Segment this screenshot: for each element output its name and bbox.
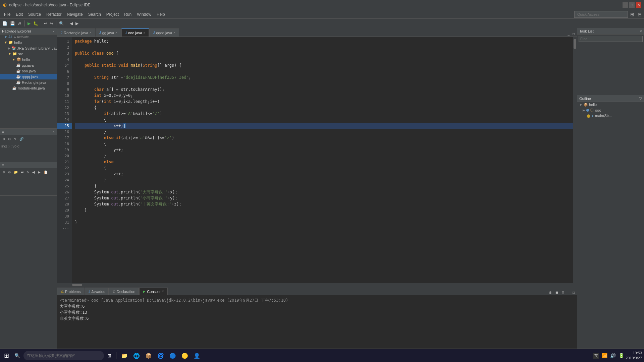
tab-rectangle-java[interactable]: J Rectangle.java ×	[57, 28, 95, 37]
console-clear[interactable]: 🗑	[548, 290, 553, 295]
mini2-tb-btn-7[interactable]: ▶	[37, 170, 42, 175]
hscroll-thumb[interactable]	[72, 284, 82, 286]
taskbar-app-3[interactable]: 📦	[143, 351, 154, 360]
maximize-button[interactable]: □	[629, 2, 635, 8]
find-input[interactable]	[579, 36, 643, 42]
menu-project[interactable]: Project	[104, 11, 121, 17]
all-link[interactable]: ▼ All ▸ Activate...	[0, 35, 57, 40]
tree-item-src[interactable]: ▼ 📁 src	[0, 51, 57, 57]
quick-access-input[interactable]	[574, 11, 628, 18]
menu-source[interactable]: Source	[25, 11, 44, 17]
view-button[interactable]: ⊟	[637, 11, 643, 18]
mini2-tb-btn-8[interactable]: 📋	[43, 170, 49, 175]
scroll-thumb[interactable]	[574, 39, 576, 49]
console-min[interactable]: _	[567, 290, 571, 295]
taskbar-app-5[interactable]: 🔵	[167, 351, 178, 360]
mini-tb-btn-3[interactable]: ✎	[13, 136, 17, 141]
tab-gg-java[interactable]: J gg.java ×	[96, 28, 121, 37]
taskbar-app-2[interactable]: 🌐	[131, 351, 142, 360]
mini2-tb-btn-4[interactable]: ⇄	[20, 170, 24, 175]
editor-hscrollbar[interactable]	[57, 283, 577, 287]
task-view-button[interactable]: ⊞	[105, 352, 113, 360]
tree-item-jre[interactable]: ▶ 📚 JRE System Library [JavaSE-12]	[0, 45, 57, 51]
menu-help[interactable]: Help	[154, 11, 168, 17]
perspective-button[interactable]: ⊞	[629, 11, 635, 18]
menu-file[interactable]: File	[1, 11, 13, 17]
lang-indicator[interactable]: 英	[593, 353, 599, 359]
minimize-button[interactable]: ─	[623, 2, 628, 8]
undo-button[interactable]: ↩	[43, 20, 48, 26]
mini-tb-btn-1[interactable]: ⊕	[1, 136, 6, 141]
run-button[interactable]: ▶	[26, 20, 32, 26]
code-editor[interactable]: 1 2 3 4 5° 6 7 8 9 10 11 12 13 14 15 16	[57, 37, 577, 283]
console-max[interactable]: □	[572, 290, 576, 295]
taskbar-app-1[interactable]: 📁	[119, 351, 130, 360]
close-button[interactable]: ✕	[636, 2, 641, 8]
debug-button[interactable]: 🐛	[32, 20, 39, 26]
main-layout: Package Explorer × ▼ All ▸ Activate... ▼…	[0, 28, 644, 354]
tab-qqqq-java[interactable]: J qqqq.java ×	[149, 28, 179, 37]
line-num-23: 23	[57, 171, 72, 177]
outline-item-main-method[interactable]: ⬤ ● main(Str...	[577, 113, 644, 118]
new-button[interactable]: 📄	[1, 20, 8, 26]
editor-tab-maximize[interactable]: □	[572, 32, 576, 37]
console-settings[interactable]: ⚙	[560, 290, 566, 295]
close-ooo-tab[interactable]: ×	[144, 31, 146, 35]
editor-tab-minimize[interactable]: _	[567, 32, 571, 37]
console-terminate[interactable]: ⏹	[554, 290, 559, 295]
tree-item-gg-java[interactable]: ☕ gg.java	[0, 62, 57, 68]
menu-navigate[interactable]: Navigate	[64, 11, 85, 17]
close-console-tab[interactable]: ×	[162, 290, 164, 293]
tree-item-hello-project[interactable]: ▼ 📁 hello	[0, 40, 57, 45]
menu-refactor[interactable]: Refactor	[44, 11, 64, 17]
tree-item-module-info[interactable]: ☕ module-info.java	[0, 85, 57, 91]
mini2-tb-btn-6[interactable]: ◀	[31, 170, 36, 175]
code-content[interactable]: package hello; public class ooo { public…	[72, 37, 573, 283]
mini2-tb-btn-1[interactable]: ⊕	[1, 170, 6, 175]
search-button[interactable]: 🔍	[12, 352, 22, 360]
tree-item-ooo-java[interactable]: ☕ ooo.java	[0, 68, 57, 74]
mini2-tb-btn-2[interactable]: ⊖	[7, 170, 12, 175]
tree-item-qqqq-java[interactable]: ☕ qqqq.java	[0, 74, 57, 79]
taskbar-app-4[interactable]: 🌀	[155, 351, 166, 360]
mini-tb-btn-2[interactable]: ⊖	[7, 136, 12, 141]
mini2-tb-btn-3[interactable]: 📁	[13, 170, 19, 175]
tab-console[interactable]: ▶ Console ×	[139, 288, 167, 295]
next-button[interactable]: ▶	[74, 20, 79, 26]
editor-scrollbar[interactable]	[573, 37, 577, 283]
close-gg-tab[interactable]: ×	[115, 31, 117, 35]
close-rectangle-tab[interactable]: ×	[90, 31, 92, 35]
package-explorer-content[interactable]: ▼ All ▸ Activate... ▼ 📁 hello ▶ 📚 JRE Sy…	[0, 35, 57, 91]
taskbar-app-6[interactable]: 🟡	[179, 351, 190, 360]
line-num-17: 17	[57, 135, 72, 141]
menu-edit[interactable]: Edit	[13, 11, 25, 17]
code-line-5: public static void main(String[] args) {	[75, 62, 573, 68]
menu-window[interactable]: Window	[134, 11, 154, 17]
prev-button[interactable]: ◀	[69, 20, 74, 26]
tab-declaration[interactable]: D Declaration	[109, 288, 139, 295]
mini-tb-btn-4[interactable]: 🔗	[18, 136, 24, 141]
save-button[interactable]: 💾	[9, 20, 16, 26]
mini-panel-close[interactable]: ×	[53, 130, 55, 134]
task-list-close[interactable]: ×	[640, 29, 642, 33]
line-numbers: 1 2 3 4 5° 6 7 8 9 10 11 12 13 14 15 16	[57, 37, 72, 283]
tab-problems[interactable]: ⚠ Problems	[57, 288, 84, 295]
redo-button[interactable]: ↪	[49, 20, 54, 26]
tree-item-rectangle-java[interactable]: ☕ Rectangle.java	[0, 79, 57, 85]
start-button[interactable]: ⊞	[2, 351, 11, 361]
mini2-tb-btn-5[interactable]: ✎	[25, 170, 30, 175]
tab-javadoc[interactable]: J Javadoc	[85, 288, 109, 295]
print-button[interactable]: 🖨	[17, 20, 23, 26]
taskbar-app-7[interactable]: 👤	[192, 351, 202, 360]
search-toolbar-button[interactable]: 🔍	[58, 20, 65, 26]
menu-search[interactable]: Search	[86, 11, 104, 17]
outline-item-hello-pkg[interactable]: ▶ 📦 hello	[577, 102, 644, 107]
outline-item-ooo-class[interactable]: ▶ ⬡ ooo	[577, 107, 644, 113]
taskbar-search-input[interactable]	[23, 351, 104, 360]
menu-run[interactable]: Run	[121, 11, 134, 17]
outline-menu[interactable]: ▽	[639, 96, 642, 101]
close-qqqq-tab[interactable]: ×	[173, 31, 175, 35]
collapse-icon[interactable]: ×	[53, 29, 55, 33]
tab-ooo-java[interactable]: J ooo.java ×	[121, 28, 149, 37]
tree-item-hello-pkg[interactable]: ▼ 📦 hello	[0, 57, 57, 62]
